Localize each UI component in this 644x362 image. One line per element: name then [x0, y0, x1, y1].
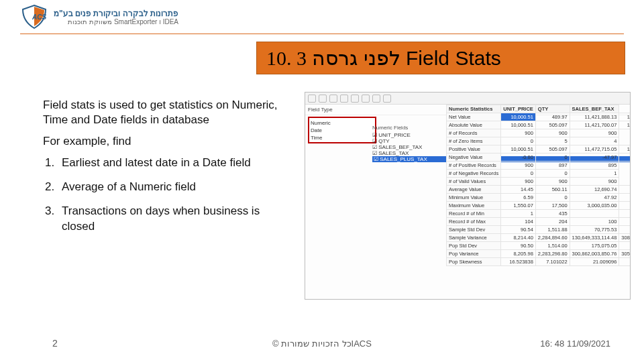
stat-value: 4.79: [619, 194, 631, 202]
stat-value: 1,142,113.87: [619, 113, 631, 121]
stat-value: 435: [535, 210, 570, 218]
stat-value: 897: [535, 162, 570, 170]
stat-value: 900: [501, 129, 536, 137]
stat-value: 1,142,122.95: [619, 121, 631, 129]
stat-value: 505.097: [535, 121, 570, 129]
stat-value: 895: [570, 162, 619, 170]
toolbar-icon: [329, 95, 337, 103]
stat-value: 900: [501, 162, 536, 170]
title-english: Field Stats: [406, 47, 501, 69]
toolbar-icon: [319, 95, 327, 103]
stat-value: 10,000.51: [501, 145, 536, 154]
stat-value: 21.009096: [570, 258, 619, 266]
stat-value: 4: [570, 137, 619, 145]
stat-value: 11,472,715.05: [570, 145, 619, 154]
list-item: Average of a Numeric field: [58, 180, 291, 194]
stat-value: 104: [501, 218, 536, 226]
col-header: QTY: [535, 105, 570, 113]
title-number: 10. 3: [266, 47, 307, 69]
stat-value: [619, 210, 631, 218]
stat-value: 47.92: [570, 194, 619, 202]
title-hebrew: לפני גרסה: [312, 47, 400, 69]
stat-value: 2,283,298.80: [535, 250, 570, 258]
stat-value: [570, 210, 619, 218]
stat-value: 900: [501, 178, 536, 186]
stat-value: 10,000.51: [501, 121, 536, 129]
stat-label: Sample Variance: [447, 234, 501, 242]
stat-value: 8,214.40: [501, 234, 536, 242]
logo-line1: פתרונות לבקרה וביקורת פנים בע"מ: [54, 9, 178, 18]
field-type-option: Numeric: [311, 119, 374, 127]
stat-value: 0: [535, 194, 570, 202]
toolbar-icon: [340, 95, 348, 103]
example-list: Earliest and latest date in a Date field…: [58, 156, 291, 233]
stat-value: 1,511.88: [535, 226, 570, 234]
stat-label: # of Positive Records: [447, 162, 501, 170]
stat-label: Pop Std Dev: [447, 242, 501, 250]
stat-value: 5: [535, 137, 570, 145]
stat-label: Sample Std Dev: [447, 226, 501, 234]
stat-value: 900: [570, 178, 619, 186]
stat-value: 900: [570, 129, 619, 137]
stat-value: 300,862,003,850.76: [570, 250, 619, 258]
intro-para: Field stats is used to get statistics on…: [43, 98, 291, 127]
stat-value: 17,500: [535, 202, 570, 210]
logo-shield: ACS: [20, 4, 48, 29]
stat-value: -47.97: [570, 154, 619, 162]
stat-value: 21.003.67: [619, 258, 631, 266]
stat-value: 130,649,333,114.48: [570, 234, 619, 242]
stat-value: 0: [501, 170, 536, 178]
stat-value: 70,775.53: [570, 226, 619, 234]
logo-block: ACS פתרונות לבקרה וביקורת פנים בע"מ Smar…: [20, 4, 178, 29]
col-header: SALES_BEF_TAX: [570, 105, 619, 113]
stat-value: 16.523838: [501, 258, 536, 266]
stat-value: 2,284,894.60: [535, 234, 570, 242]
logo-line2: SmartExporter ı IDEA משווקת תוכנות: [54, 18, 178, 25]
toolbar-icon: [372, 95, 380, 103]
stat-value: 11,421,888.13: [570, 113, 619, 121]
stat-value: 204: [535, 218, 570, 226]
stat-label: Minimum Value: [447, 194, 501, 202]
stat-value: 14.45: [501, 186, 536, 194]
stat-value: 8,205.98: [501, 250, 536, 258]
screenshot-panel: Field Type Numeric Date Time Numeric Fie…: [305, 92, 631, 300]
stat-value: -0.80: [501, 154, 536, 162]
stat-value: 308,910,958.50: [619, 234, 631, 242]
stat-label: Absolute Value: [447, 121, 501, 129]
list-item: Transactions on days when business is cl…: [58, 204, 291, 233]
stat-value: 305,672,665.79: [619, 250, 631, 258]
stat-value: 100: [619, 218, 631, 226]
stat-value: 10,000.51: [501, 113, 536, 121]
footer-datetime: 16: 48 11/09/2021: [540, 339, 610, 349]
stat-value: 6.59: [501, 194, 536, 202]
header-divider: [20, 34, 624, 34]
screenshot-toolbar: [305, 93, 630, 105]
stat-label: # of Negative Records: [447, 170, 501, 178]
stat-value: 300,029.50: [619, 202, 631, 210]
stat-label: Negative Value: [447, 154, 501, 162]
stat-value: 3,000,035.00: [570, 202, 619, 210]
field-type-label: Field Type: [308, 107, 348, 113]
stat-value: 1,269.01: [619, 186, 631, 194]
body-text: Field stats is used to get statistics on…: [43, 98, 291, 243]
stat-value: 11,421,700.07: [570, 121, 619, 129]
toolbar-icon: [362, 95, 370, 103]
stat-value: 17,500.24: [619, 242, 631, 250]
stat-label: Pop Variance: [447, 250, 501, 258]
stat-value: 1,142,118.10: [619, 145, 631, 154]
stat-value: 7.101022: [535, 258, 570, 266]
toolbar-icon: [351, 95, 359, 103]
stat-value: 1: [570, 170, 619, 178]
stat-value: 505.097: [535, 145, 570, 154]
stat-value: 900: [535, 129, 570, 137]
stat-value: 1,550.07: [501, 202, 536, 210]
stat-value: -4.75: [619, 154, 631, 162]
stat-value: 1,514.00: [535, 242, 570, 250]
stat-value: 17,575.00: [619, 226, 631, 234]
stat-value: 1: [501, 210, 536, 218]
logo-text: פתרונות לבקרה וביקורת פנים בע"מ SmartExp…: [54, 9, 178, 25]
stat-label: # of Valid Values: [447, 178, 501, 186]
stat-value: 0: [535, 154, 570, 162]
stat-value: 900: [535, 178, 570, 186]
stat-value: 489.97: [535, 113, 570, 121]
